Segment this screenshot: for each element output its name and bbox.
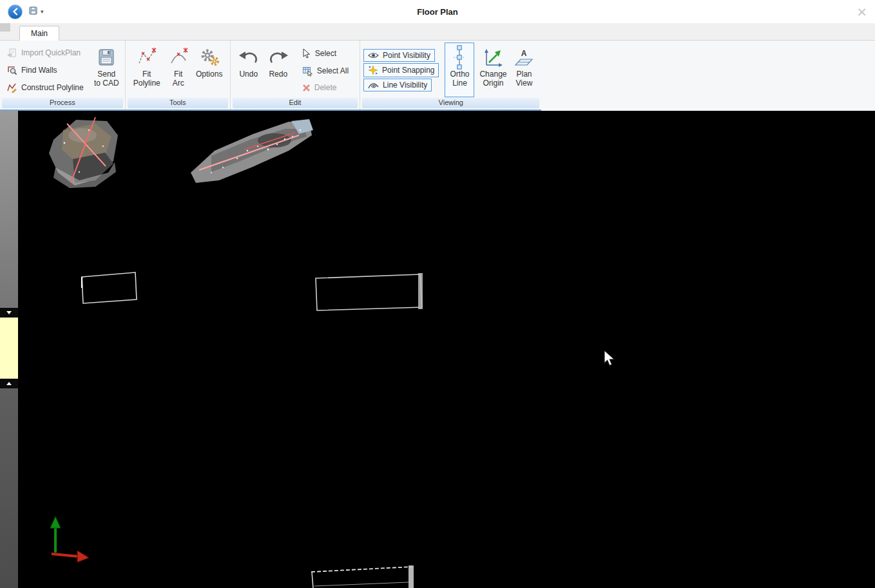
fit-polyline-button[interactable]: Fit Polyline	[129, 43, 165, 97]
group-label-edit: Edit	[233, 98, 358, 108]
change-origin-icon	[483, 45, 503, 70]
delete-button[interactable]: Delete	[298, 81, 341, 95]
elevation-slider-track-upper	[0, 111, 18, 308]
point-visibility-toggle[interactable]: Point Visibility	[363, 49, 435, 62]
plan-view-button[interactable]: A Plan View	[510, 43, 538, 97]
undo-icon	[238, 45, 260, 70]
elevation-range-top-handle[interactable]	[0, 308, 18, 318]
titlebar: ▾ Floor Plan ×	[0, 0, 875, 23]
find-walls-icon	[7, 65, 17, 75]
construct-polyline-icon	[7, 82, 17, 93]
tab-main[interactable]: Main	[19, 26, 59, 41]
ribbon-group-tools: Fit Polyline	[126, 41, 231, 109]
workspace	[0, 111, 875, 588]
send-to-cad-button[interactable]: Send to CAD	[91, 43, 122, 97]
select-all-icon	[302, 66, 313, 77]
line-visibility-toggle[interactable]: Line Visibility	[363, 79, 432, 91]
arrow-up-icon	[6, 382, 12, 385]
wall-segment-outline-left	[82, 272, 137, 303]
fit-arc-icon	[168, 45, 189, 70]
plan-view-icon: A	[514, 45, 534, 70]
point-cloud-canvas[interactable]	[18, 111, 875, 588]
redo-icon	[267, 45, 289, 70]
select-all-button[interactable]: Select All	[298, 63, 352, 79]
elevation-selected-range[interactable]	[0, 318, 18, 379]
wall-segment-outline-center	[316, 273, 423, 310]
svg-text:A: A	[521, 49, 527, 58]
select-cursor-icon	[302, 48, 311, 59]
back-button[interactable]	[8, 5, 23, 19]
redo-button[interactable]: Redo	[264, 43, 293, 97]
line-visibility-icon	[368, 81, 379, 90]
import-quickplan-button[interactable]: Import QuickPlan	[3, 45, 84, 61]
ribbon: Import QuickPlan Find Walls	[0, 41, 875, 111]
group-label-tools: Tools	[128, 98, 228, 108]
send-to-cad-quick-icon[interactable]	[28, 6, 38, 17]
quick-access-caret-icon[interactable]: ▾	[41, 9, 44, 15]
window-title: Floor Plan	[0, 7, 875, 17]
ortho-line-icon	[451, 45, 468, 70]
ortho-line-toggle[interactable]: Ortho Line	[445, 43, 474, 97]
fit-arc-button[interactable]: Fit Arc	[165, 43, 192, 97]
find-walls-button[interactable]: Find Walls	[3, 62, 61, 78]
ribbon-tab-strip: Main	[0, 23, 875, 41]
elevation-slider-strip	[0, 111, 18, 588]
quick-access-toolbar: ▾	[28, 6, 44, 17]
select-button[interactable]: Select	[298, 46, 340, 61]
change-origin-button[interactable]: Change Origin	[476, 43, 510, 97]
import-quickplan-icon	[7, 48, 17, 58]
options-gears-icon	[198, 45, 220, 70]
point-visibility-eye-icon	[368, 52, 379, 59]
ribbon-group-viewing: Point Visibility Point Snapping	[360, 41, 541, 109]
arrow-down-icon	[6, 311, 12, 314]
undo-button[interactable]: Undo	[234, 43, 264, 97]
floorplan-canvas-graphics	[18, 111, 875, 588]
point-snapping-icon	[368, 65, 378, 75]
delete-icon	[302, 84, 311, 92]
group-label-viewing: Viewing	[362, 98, 539, 108]
elevation-slider-track-lower	[0, 388, 18, 588]
ribbon-group-process: Import QuickPlan Find Walls	[0, 41, 126, 109]
elevation-range-bottom-handle[interactable]	[0, 379, 18, 388]
group-label-process: Process	[2, 98, 123, 108]
ribbon-group-edit: Undo Redo	[231, 41, 360, 109]
point-cloud-fragment-left	[49, 117, 118, 188]
wall-segment-outline-bottom	[311, 565, 414, 588]
fit-polyline-icon	[137, 45, 157, 70]
point-cloud-fragment-center	[191, 119, 313, 183]
mouse-cursor	[604, 350, 614, 365]
construct-polyline-button[interactable]: Construct Polyline	[3, 80, 88, 95]
close-button[interactable]: ×	[856, 5, 867, 18]
tab-strip-corner	[0, 23, 10, 32]
point-snapping-toggle[interactable]: Point Snapping	[363, 63, 439, 77]
send-to-cad-icon	[96, 45, 117, 70]
options-button[interactable]: Options	[192, 43, 227, 97]
back-chevron-icon	[12, 8, 19, 15]
coordinate-axes-indicator	[50, 517, 89, 562]
floor-plan-window: ▾ Floor Plan × Main	[0, 0, 875, 588]
